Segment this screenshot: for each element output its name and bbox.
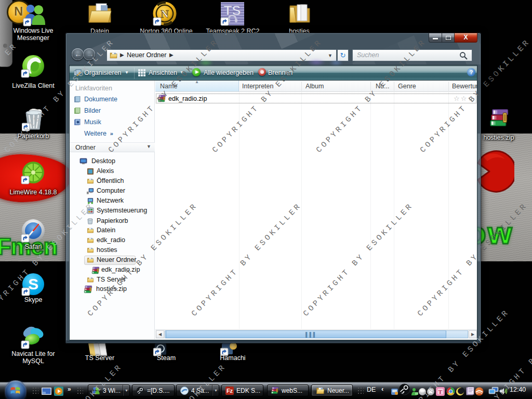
- svg-text:N: N: [161, 7, 169, 20]
- svg-text:T: T: [438, 389, 443, 395]
- svg-text:Fz: Fz: [227, 388, 233, 394]
